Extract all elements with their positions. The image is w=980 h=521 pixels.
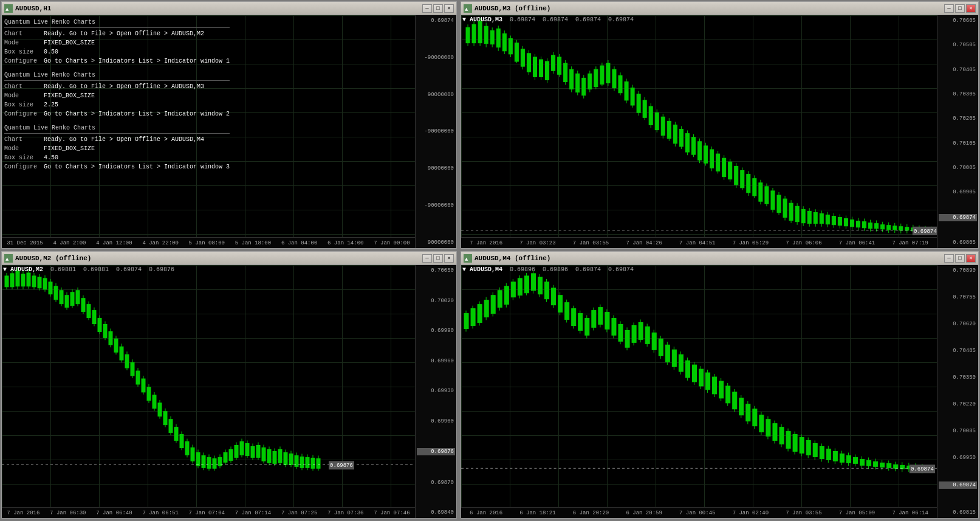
time-axis-h1: 31 Dec 2015 4 Jan 2:00 4 Jan 12:00 4 Jan… — [2, 237, 415, 248]
window-m4: ▲ AUDUSD,M4 (offline) ─ □ ✕ ▼ AUDUSD,M4 … — [461, 251, 979, 519]
time-label: 7 Jan 02:40 — [733, 510, 769, 516]
close-btn-h1[interactable]: ✕ — [444, 4, 454, 13]
price-label: 0.69905 — [939, 189, 977, 195]
time-label: 7 Jan 04:26 — [626, 240, 662, 246]
svg-text:0.69874: 0.69874 — [911, 466, 934, 472]
window-m3: ▲ AUDUSD,M3 (offline) ─ □ ✕ ▼ AUDUSD,M3 … — [461, 1, 979, 249]
price-label: 0.69990 — [417, 328, 455, 334]
window-icon-m3: ▲ — [464, 4, 472, 13]
ind-header-3: Quantum Live Renko Charts — [4, 123, 230, 134]
titlebar-m4: ▲ AUDUSD,M4 (offline) ─ □ ✕ — [461, 252, 978, 265]
time-label: 5 Jan 08:00 — [189, 240, 225, 246]
time-label: 7 Jan 07:19 — [892, 240, 928, 246]
time-label: 7 Jan 07:04 — [189, 510, 225, 516]
price-label-current: 0.69874 — [939, 214, 977, 221]
time-label: 7 Jan 07:25 — [281, 510, 317, 516]
time-label: 6 Jan 20:59 — [626, 510, 662, 516]
price-label: 0.70305 — [939, 91, 977, 97]
time-label: 7 Jan 05:09 — [839, 510, 875, 516]
window-m2: ▲ AUDUSD,M2 (offline) ─ □ ✕ ▼ AUDUSD,M2 … — [1, 251, 457, 519]
svg-rect-406 — [874, 461, 878, 466]
time-label: 7 Jan 07:14 — [235, 510, 271, 516]
svg-rect-386 — [806, 441, 810, 455]
svg-rect-400 — [853, 457, 857, 463]
chart-area-m3: ▼ AUDUSD,M3 0.69874 0.69874 0.69874 0.69… — [461, 15, 978, 248]
time-label: 7 Jan 06:40 — [96, 510, 132, 516]
time-label: 6 Jan 04:00 — [281, 240, 317, 246]
close-btn-m3[interactable]: ✕ — [966, 4, 976, 13]
candles-svg-m4: 0.69874 — [461, 265, 937, 507]
price-label: 90000000 — [417, 240, 455, 246]
price-label: 0.69840 — [417, 509, 455, 516]
price-label: 0.70605 — [939, 18, 977, 24]
svg-rect-412 — [894, 464, 898, 468]
price-label: 0.70890 — [939, 267, 977, 274]
minimize-btn-m2[interactable]: ─ — [422, 254, 432, 263]
time-label: 7 Jan 06:14 — [892, 510, 928, 516]
svg-rect-328 — [612, 319, 616, 336]
candle-area-m2: 0.69876 — [2, 265, 415, 507]
close-btn-m4[interactable]: ✕ — [966, 254, 976, 263]
svg-rect-372 — [759, 415, 764, 432]
svg-text:▲: ▲ — [5, 257, 9, 263]
time-label: 31 Dec 2015 — [7, 240, 43, 246]
svg-rect-298 — [511, 282, 515, 297]
time-label: 7 Jan 07:36 — [327, 510, 363, 516]
close-btn-m2[interactable]: ✕ — [444, 254, 454, 263]
price-label: 0.69950 — [939, 455, 977, 461]
svg-text:▲: ▲ — [465, 7, 468, 13]
time-label: 7 Jan 00:00 — [374, 240, 409, 246]
price-label-current: 0.69874 — [939, 481, 977, 489]
minimize-btn-h1[interactable]: ─ — [422, 4, 432, 13]
time-label: 4 Jan 2:00 — [53, 240, 86, 246]
desktop: ▲ AUDUSD,H1 ─ □ ✕ Quantum Live Renko Cha… — [0, 0, 980, 521]
maximize-btn-m2[interactable]: □ — [433, 254, 443, 263]
time-label: 7 Jan 07:46 — [374, 510, 409, 516]
time-label: 7 Jan 06:51 — [142, 510, 178, 516]
price-axis-m3: 0.70605 0.70505 0.70405 0.70305 0.70205 … — [937, 15, 978, 248]
svg-rect-352 — [692, 365, 696, 382]
time-label: 7 Jan 06:41 — [839, 240, 875, 246]
svg-rect-308 — [545, 282, 549, 299]
svg-rect-330 — [618, 325, 623, 342]
price-label: 0.70050 — [417, 267, 455, 274]
price-label: -90000000 — [417, 202, 455, 209]
titlebar-buttons-m3: ─ □ ✕ — [944, 4, 976, 13]
price-label: 0.69805 — [939, 240, 977, 246]
time-label: 6 Jan 14:00 — [327, 240, 363, 246]
maximize-btn-h1[interactable]: □ — [433, 4, 443, 13]
price-label: 0.69874 — [417, 18, 455, 24]
maximize-btn-m3[interactable]: □ — [955, 4, 965, 13]
price-label: -90000000 — [417, 128, 455, 134]
svg-rect-364 — [733, 392, 737, 409]
svg-rect-350 — [685, 361, 690, 378]
window-icon-m4: ▲ — [464, 254, 472, 263]
price-label: 0.70405 — [939, 67, 977, 73]
time-label: 7 Jan 03:55 — [786, 510, 821, 516]
minimize-btn-m4[interactable]: ─ — [944, 254, 954, 263]
minimize-btn-m3[interactable]: ─ — [944, 4, 954, 13]
price-axis-m4: 0.70890 0.70755 0.70620 0.70485 0.70350 … — [937, 265, 978, 518]
svg-text:▲: ▲ — [5, 7, 9, 13]
svg-rect-332 — [625, 330, 629, 347]
window-h1: ▲ AUDUSD,H1 ─ □ ✕ Quantum Live Renko Cha… — [1, 1, 457, 249]
svg-rect-318 — [578, 314, 583, 331]
price-label: 0.69930 — [417, 388, 455, 394]
svg-rect-310 — [552, 288, 556, 305]
time-label: 7 Jan 00:45 — [679, 510, 715, 516]
svg-rect-366 — [739, 398, 744, 415]
svg-text:▲: ▲ — [465, 257, 468, 263]
maximize-btn-m4[interactable]: □ — [955, 254, 965, 263]
titlebar-m2: ▲ AUDUSD,M2 (offline) ─ □ ✕ — [2, 252, 456, 265]
time-label: 7 Jan 03:55 — [573, 240, 609, 246]
ind-header-2: Quantum Live Renko Charts — [4, 71, 230, 81]
svg-rect-304 — [531, 274, 535, 291]
price-label: 0.70105 — [939, 140, 977, 147]
price-label: 0.70485 — [939, 348, 977, 354]
window-title-m3: AUDUSD,M3 (offline) — [475, 5, 944, 12]
candles-svg-m2: 0.69876 — [2, 265, 415, 507]
ind-section-2: Quantum Live Renko Charts ChartReady. Go… — [4, 71, 230, 119]
price-label: -90000000 — [417, 55, 455, 61]
time-label: 6 Jan 18:21 — [519, 510, 555, 516]
chart-area-h1: Quantum Live Renko Charts ChartReady. Go… — [2, 15, 456, 248]
